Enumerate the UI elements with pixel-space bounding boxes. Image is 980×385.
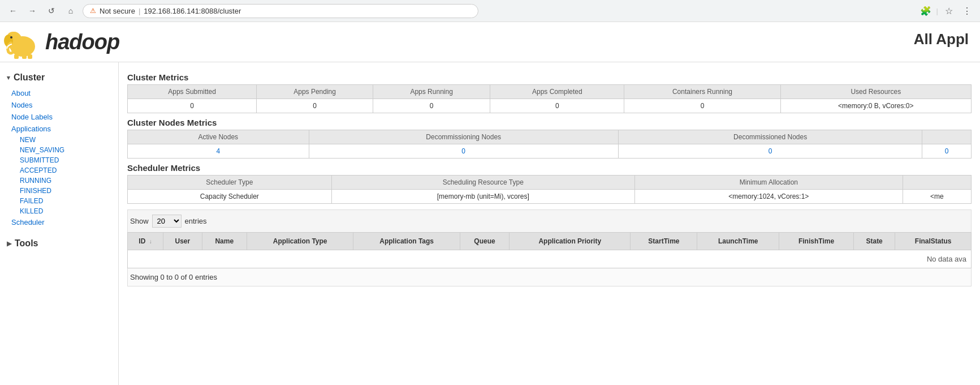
col-scheduling-resource-type: Scheduling Resource Type	[331, 176, 634, 190]
sidebar-item-submitted[interactable]: SUBMITTED	[0, 155, 118, 165]
col-application-priority[interactable]: Application Priority	[510, 233, 631, 250]
decommissioning-nodes-link[interactable]: 0	[461, 147, 465, 155]
val-lost-nodes: 0	[922, 144, 972, 159]
sidebar-item-finished[interactable]: FINISHED	[0, 186, 118, 196]
no-data-cell: No data ava	[128, 250, 972, 268]
col-apps-pending: Apps Pending	[257, 85, 373, 99]
val-apps-submitted: 0	[128, 99, 257, 113]
sidebar-item-applications[interactable]: Applications	[0, 123, 118, 135]
favorites-icon[interactable]: ☆	[942, 3, 956, 18]
col-apps-submitted: Apps Submitted	[128, 85, 257, 99]
svg-rect-5	[14, 54, 19, 59]
address-bar[interactable]: ⚠ Not secure | 192.168.186.141:8088/clus…	[83, 4, 478, 18]
cluster-label: Cluster	[14, 72, 45, 83]
menu-icon[interactable]: ⋮	[960, 3, 974, 18]
divider: |	[936, 7, 938, 15]
sidebar-item-killed[interactable]: KILLED	[0, 206, 118, 216]
home-button[interactable]: ⌂	[63, 3, 78, 18]
val-decommissioning-nodes: 0	[309, 144, 618, 159]
col-name-label: Name	[215, 237, 234, 245]
show-label: Show	[130, 217, 149, 225]
entries-select[interactable]: 10 20 25 50 100	[152, 215, 182, 228]
lost-nodes-link[interactable]: 0	[945, 147, 949, 155]
show-entries-bar: Show 10 20 25 50 100 entries	[127, 209, 972, 232]
cluster-nodes-metrics-table: Active Nodes Decommissioning Nodes Decom…	[127, 130, 972, 159]
sidebar: ▾ Cluster About Nodes Node Labels Applic…	[0, 62, 119, 385]
scheduler-metrics-table: Scheduler Type Scheduling Resource Type …	[127, 175, 972, 204]
col-id[interactable]: ID ↓	[128, 233, 163, 250]
val-apps-pending: 0	[257, 99, 373, 113]
page-header: hadoop All Appl	[0, 22, 980, 62]
back-button[interactable]: ←	[6, 3, 20, 18]
security-warning-icon: ⚠	[90, 7, 96, 15]
col-apps-running: Apps Running	[373, 85, 490, 99]
main-layout: ▾ Cluster About Nodes Node Labels Applic…	[0, 62, 980, 385]
val-active-nodes: 4	[128, 144, 309, 159]
showing-info: Showing 0 to 0 of 0 entries	[127, 268, 972, 286]
elephant-svg	[3, 25, 42, 59]
col-user-label: User	[175, 237, 191, 245]
col-scheduler-type: Scheduler Type	[128, 176, 332, 190]
svg-rect-6	[22, 54, 27, 59]
val-apps-completed: 0	[490, 99, 624, 113]
col-start-time[interactable]: StartTime	[631, 233, 697, 250]
main-content: Cluster Metrics Apps Submitted Apps Pend…	[119, 62, 980, 385]
applications-table: ID ↓ User Name Application Type Applicat…	[127, 232, 972, 268]
col-lost-nodes	[922, 130, 972, 144]
sort-icon: ↓	[149, 238, 152, 245]
cluster-metrics-title: Cluster Metrics	[127, 72, 972, 82]
sidebar-item-about[interactable]: About	[0, 87, 118, 99]
col-state-label: State	[866, 237, 882, 245]
col-application-type[interactable]: Application Type	[247, 233, 353, 250]
col-application-tags[interactable]: Application Tags	[353, 233, 460, 250]
col-state[interactable]: State	[853, 233, 895, 250]
active-nodes-link[interactable]: 4	[216, 147, 220, 155]
col-final-status[interactable]: FinalStatus	[895, 233, 972, 250]
sidebar-item-new-saving[interactable]: NEW_SAVING	[0, 145, 118, 155]
col-application-priority-label: Application Priority	[538, 237, 601, 245]
svg-point-4	[10, 36, 12, 38]
col-containers-running: Containers Running	[624, 85, 780, 99]
not-secure-label: Not secure	[100, 7, 135, 15]
sidebar-item-new[interactable]: NEW	[0, 135, 118, 145]
refresh-button[interactable]: ↺	[44, 3, 59, 18]
cluster-nodes-metrics-title: Cluster Nodes Metrics	[127, 118, 972, 127]
col-decommissioning-nodes: Decommissioning Nodes	[309, 130, 618, 144]
entries-label: entries	[185, 217, 207, 225]
val-containers-running: 0	[624, 99, 780, 113]
col-id-label: ID	[139, 237, 145, 245]
scheduler-metrics-title: Scheduler Metrics	[127, 163, 972, 173]
cluster-metrics-table: Apps Submitted Apps Pending Apps Running…	[127, 84, 972, 113]
col-start-time-label: StartTime	[648, 237, 679, 245]
col-application-tags-label: Application Tags	[379, 237, 434, 245]
forward-button[interactable]: →	[25, 3, 40, 18]
col-name[interactable]: Name	[202, 233, 247, 250]
sidebar-item-accepted[interactable]: ACCEPTED	[0, 165, 118, 176]
col-queue[interactable]: Queue	[460, 233, 509, 250]
col-user[interactable]: User	[163, 233, 202, 250]
val-used-resources: <memory:0 B, vCores:0>	[780, 99, 971, 113]
hadoop-logo: hadoop	[3, 25, 119, 59]
sidebar-item-nodes[interactable]: Nodes	[0, 99, 118, 111]
browser-toolbar: ← → ↺ ⌂ ⚠ Not secure | 192.168.186.141:8…	[0, 0, 980, 22]
col-finish-time[interactable]: FinishTime	[779, 233, 854, 250]
col-maximum-allocation	[903, 176, 971, 190]
col-queue-label: Queue	[474, 237, 495, 245]
col-active-nodes: Active Nodes	[128, 130, 309, 144]
tools-section-header[interactable]: ▶ Tools	[0, 234, 118, 253]
hadoop-title: hadoop	[45, 30, 119, 54]
hadoop-elephant-graphic	[3, 25, 42, 59]
col-decommissioned-nodes: Decommissioned Nodes	[618, 130, 922, 144]
col-launch-time[interactable]: LaunchTime	[697, 233, 779, 250]
sidebar-item-node-labels[interactable]: Node Labels	[0, 111, 118, 123]
sidebar-item-failed[interactable]: FAILED	[0, 196, 118, 206]
sidebar-item-running[interactable]: RUNNING	[0, 176, 118, 186]
val-minimum-allocation: <memory:1024, vCores:1>	[634, 190, 903, 204]
cluster-section-header[interactable]: ▾ Cluster	[0, 68, 118, 87]
decommissioned-nodes-link[interactable]: 0	[769, 147, 772, 155]
sidebar-item-scheduler[interactable]: Scheduler	[0, 216, 118, 228]
col-used-resources: Used Resources	[780, 85, 971, 99]
tools-arrow: ▶	[7, 240, 11, 247]
extensions-icon[interactable]: 🧩	[918, 3, 933, 18]
col-application-type-label: Application Type	[273, 237, 327, 245]
